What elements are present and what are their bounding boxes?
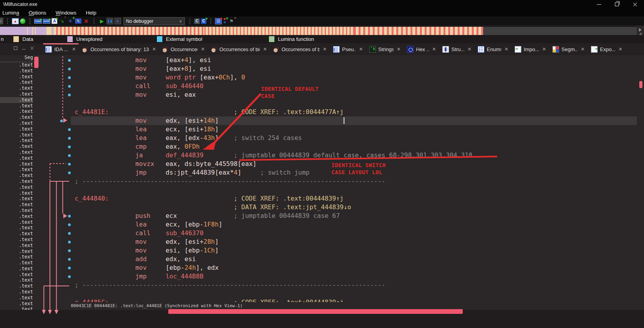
lumina-sphere-icon[interactable] [20,18,26,24]
make-array-icon[interactable]: ✳ [67,18,74,24]
menu-lumina[interactable]: Lumina [0,9,24,17]
segment-row[interactable]: .text [0,161,33,167]
segment-row[interactable]: .text [0,277,33,283]
segment-row[interactable]: .text [0,68,33,74]
disassembly-line-current[interactable]: mov edx, [esi+14h] [71,116,637,125]
make-data-icon[interactable]: DATA [43,19,50,24]
disassembly-line[interactable]: mov word ptr [eax+0Ch], 0 [75,73,637,82]
segment-row[interactable]: .text [0,202,33,208]
disassembly-line[interactable]: ja def_444839 ; jumptable 00444839 defau… [75,151,637,160]
segments-scrollbar-thumb[interactable] [34,57,39,68]
segment-row[interactable]: .text [0,149,33,155]
start-process-icon[interactable]: ▶ [98,18,105,24]
disassembly-line[interactable]: ; DATA XREF: .text:jpt_444839↓o [75,203,637,212]
flag-icon[interactable]: ⚑ [228,18,235,24]
disassembly-line[interactable]: mov [eax+4], esi [75,56,637,64]
disassembly-line[interactable]: mov esi, eax [75,90,637,99]
disassembly-line[interactable]: ; --------------------------------------… [75,177,637,186]
disassembly-line[interactable]: jmp loc_444B8B [75,272,637,281]
segment-row[interactable]: .text [0,103,33,109]
tab-occurrences-of-binary-13-13-1[interactable]: Occurrences of binary: 13 13 1...✕ [81,43,158,55]
segment-row[interactable]: .text [0,231,33,237]
segment-row[interactable]: .text [0,138,33,144]
tab-close-icon[interactable]: ✕ [262,46,268,52]
tab-close-icon[interactable]: ✕ [431,46,437,52]
disassembly-line[interactable]: c_444840: ; CODE XREF: .text:00444839↑j [75,194,637,203]
disassembly-line[interactable]: lea ecx, [ebp-1F8h] [75,220,637,229]
navband-right-arrow[interactable] [639,28,642,32]
tab-ida[interactable]: IDA ...✕ [44,43,78,55]
panel-float-icon[interactable] [14,46,17,50]
run-c-icon[interactable]: C [201,18,206,24]
segment-row[interactable]: .text [0,144,33,149]
disassembly-line[interactable]: call sub_446440 [75,82,637,90]
disassembly-line[interactable]: mov [ebp-24h], edx [75,264,637,272]
disassembly-line[interactable]: call sub_446370 [75,229,637,238]
segment-row[interactable]: .text [0,132,33,138]
segment-row[interactable]: .text [0,91,33,97]
segment-row[interactable]: .text [0,120,33,126]
segment-row[interactable]: .text [0,167,33,173]
disassembly-line[interactable]: mov [eax+8], esi [75,64,637,73]
close-button[interactable] [626,0,644,9]
problems-icon[interactable]: ▲ [12,18,19,24]
segment-row[interactable]: .text [0,272,33,278]
minimize-button[interactable] [590,0,608,9]
segment-row[interactable]: .text [0,237,33,243]
disassembly-line[interactable]: lea ecx, [esi+18h] [75,125,637,134]
segment-row[interactable]: .text [0,179,33,184]
tab-close-icon[interactable]: ✕ [200,46,206,52]
disassembly-line[interactable]: cmp eax, 0FDh [75,142,637,151]
undefine-icon[interactable]: ✕ [83,18,90,24]
panel-minimize-icon[interactable] [22,49,26,50]
segment-row[interactable]: .text [0,260,33,266]
disassembly-line[interactable]: lea eax, [edx-43h] ; switch 254 cases [75,134,637,142]
segment-row[interactable]: .text [0,295,33,301]
segment-row[interactable]: .text [0,155,33,161]
navigation-band[interactable] [0,26,637,35]
disassembly-line[interactable]: ; --------------------------------------… [75,281,637,289]
segment-row[interactable]: .text [0,62,33,68]
segment-row[interactable]: .text [0,254,33,260]
segment-row[interactable]: .text [0,196,33,202]
report-icon[interactable] [215,18,222,24]
disassembly-line[interactable]: add edx, esi [75,255,637,264]
segment-row[interactable]: .text [0,219,33,225]
tab-occurrences[interactable]: Occurrences...✕ [161,43,207,55]
segment-row[interactable]: .text [0,126,33,132]
segment-row[interactable]: .text [0,97,33,103]
menu-options[interactable]: Options [24,9,51,17]
segment-row[interactable]: .text [0,301,33,307]
tab-pseu[interactable]: Pseu...✕ [331,43,365,55]
segment-row[interactable]: .text [0,79,33,85]
segment-row[interactable]: .text [0,243,33,249]
disassembly-line[interactable]: push ecx ; jumptable 00444839 case 67 [75,212,637,220]
tab-close-icon[interactable]: ✕ [541,46,547,52]
segment-row[interactable]: .text [0,85,33,91]
tab-occurrences-of-bin[interactable]: Occurrences of bin...✕ [210,43,269,55]
tab-close-icon[interactable]: ✕ [504,46,509,52]
disassembly-view[interactable]: mov [eax+4], esi mov [eax+8], esi mov wo… [39,55,637,303]
disassembly-line[interactable] [75,99,637,108]
tab-close-icon[interactable]: ✕ [358,46,364,52]
panel-close-icon[interactable] [30,46,34,50]
disassembly-line[interactable] [75,289,637,298]
stop-process-icon[interactable]: ■ [114,18,121,24]
segment-row[interactable]: .text [0,109,33,114]
segment-row[interactable]: .text [0,249,33,254]
disassembly-line[interactable]: c_44481E: ; CODE XREF: .text:0044477A↑j [75,108,637,116]
segment-row[interactable]: .text [0,74,33,80]
segment-row[interactable]: .text [0,208,33,214]
segment-row[interactable]: .text [0,225,33,231]
segment-row[interactable]: .text [0,214,33,219]
make-string-icon[interactable]: 's [59,18,66,24]
menu-help[interactable]: Help [81,9,101,17]
segment-row[interactable]: .text [0,114,33,120]
partial-check-icon[interactable]: ✓ [0,18,3,24]
tab-impo[interactable]: Impo...✕ [513,43,548,55]
tab-occurrences-of-bi[interactable]: Occurrences of bi...✕ [272,43,329,55]
tab-close-icon[interactable]: ✕ [396,46,401,52]
tab-enums[interactable]: Enums✕ [476,43,511,55]
tab-close-icon[interactable]: ✕ [322,46,328,52]
debugger-combo[interactable]: No debugger∨ [123,17,185,25]
